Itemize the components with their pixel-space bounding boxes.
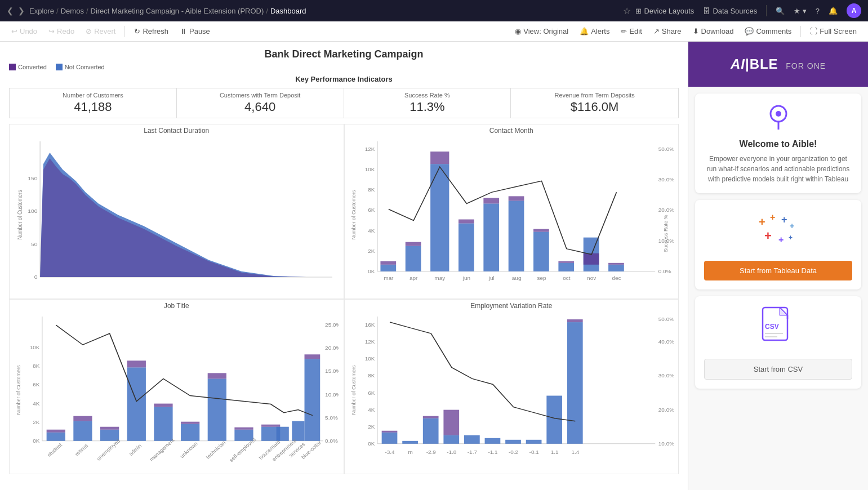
refresh-button[interactable]: ↻ Refresh xyxy=(130,25,173,38)
svg-text:10.0%: 10.0% xyxy=(658,440,674,446)
undo-button[interactable]: ↩ Undo xyxy=(7,25,42,38)
legend-converted: Converted xyxy=(9,64,47,70)
breadcrumb-demos[interactable]: Demos xyxy=(61,7,84,15)
toolbar-sep-2 xyxy=(800,26,801,37)
breadcrumb-dashboard-name[interactable]: Direct Marketing Campaign - Aible Extens… xyxy=(91,7,264,15)
favorite-star-icon[interactable]: ☆ xyxy=(623,6,631,16)
bookmark-icon[interactable]: ★ ▾ xyxy=(794,7,807,15)
svg-rect-75 xyxy=(100,427,119,430)
csv-file-icon: CSV xyxy=(704,305,852,352)
kpi-success-rate-label: Success Rate % xyxy=(349,92,506,99)
chart-job-title-title: Job Title xyxy=(14,302,339,310)
svg-rect-90 xyxy=(305,359,321,441)
svg-text:1.4: 1.4 xyxy=(571,449,579,455)
kpi-customers-label: Number of Customers xyxy=(14,92,172,99)
svg-text:jun: jun xyxy=(462,275,470,280)
chart-last-contact: Last Contact Duration Number of Customer… xyxy=(9,124,344,299)
view-original-button[interactable]: ◉ View: Original xyxy=(510,25,573,38)
tableau-card: + + + + + + + Start from Tableau Data xyxy=(695,200,861,289)
full-screen-icon: ⛶ xyxy=(810,27,817,35)
kpi-term-deposit-label: Customers with Term Deposit xyxy=(181,92,339,99)
svg-text:may: may xyxy=(434,275,445,280)
svg-rect-122 xyxy=(402,441,418,444)
refresh-icon: ↻ xyxy=(134,27,140,35)
alerts-label: Alerts xyxy=(591,27,609,35)
full-screen-label: Full Screen xyxy=(820,27,857,35)
help-icon[interactable]: ? xyxy=(816,7,820,15)
svg-text:oct: oct xyxy=(563,275,571,280)
svg-text:Number of Customers: Number of Customers xyxy=(16,190,23,239)
svg-text:dec: dec xyxy=(612,275,621,280)
undo-label: Undo xyxy=(20,27,37,35)
svg-rect-78 xyxy=(154,407,172,441)
bell-icon[interactable]: 🔔 xyxy=(829,7,838,15)
edit-button[interactable]: ✏ Edit xyxy=(616,25,646,38)
svg-text:0.0%: 0.0% xyxy=(658,268,671,274)
share-button[interactable]: ↗ Share xyxy=(649,25,686,38)
svg-rect-34 xyxy=(483,198,499,203)
redo-button[interactable]: ↪ Redo xyxy=(44,25,79,38)
svg-text:8K: 8K xyxy=(368,187,375,193)
comments-button[interactable]: 💬 Comments xyxy=(740,25,796,38)
download-button[interactable]: ⬇ Download xyxy=(688,25,738,38)
kpi-term-deposit-value: 4,640 xyxy=(181,100,339,114)
svg-rect-77 xyxy=(127,360,146,367)
svg-rect-73 xyxy=(73,416,92,421)
revert-button[interactable]: ⊘ Revert xyxy=(81,25,120,38)
revert-label: Revert xyxy=(94,27,115,35)
pause-icon: ⏸ xyxy=(180,27,187,35)
svg-text:50.0%: 50.0% xyxy=(658,146,674,152)
svg-text:+: + xyxy=(781,214,787,225)
svg-text:-0.1: -0.1 xyxy=(529,449,538,455)
svg-rect-25 xyxy=(380,265,396,271)
alerts-button[interactable]: 🔔 Alerts xyxy=(575,25,614,38)
device-layouts-label: Device Layouts xyxy=(644,7,694,15)
svg-text:20.0%: 20.0% xyxy=(658,207,674,213)
charts-grid: Last Contact Duration Number of Customer… xyxy=(9,124,679,474)
user-avatar[interactable]: A xyxy=(847,3,861,18)
kpi-revenue: Revenue from Term Deposits $116.0M xyxy=(511,88,678,118)
alerts-icon: 🔔 xyxy=(580,27,589,35)
right-sidebar: AI|BLE FOR ONE Welcome to Aible! Empower… xyxy=(688,42,868,490)
device-layouts-btn[interactable]: ⊞ Device Layouts xyxy=(635,7,694,15)
start-from-tableau-button[interactable]: Start from Tableau Data xyxy=(704,261,852,280)
search-icon[interactable]: 🔍 xyxy=(776,7,785,15)
kpi-revenue-value: $116.0M xyxy=(515,100,674,114)
svg-rect-128 xyxy=(484,438,500,444)
nav-forward-arrow[interactable]: ❯ xyxy=(18,6,25,15)
svg-text:Number of Customers: Number of Customers xyxy=(350,190,357,239)
svg-text:0K: 0K xyxy=(33,438,40,443)
data-sources-btn[interactable]: 🗄 Data Sources xyxy=(703,7,757,15)
chart-employment-variation-svg: Number of Customers 0K 2K 4K 6K 8K 10K 1… xyxy=(349,311,674,469)
svg-rect-125 xyxy=(443,435,459,444)
svg-rect-42 xyxy=(583,253,599,265)
svg-rect-83 xyxy=(208,373,226,378)
legend-not-converted-color xyxy=(56,64,63,70)
start-from-csv-button[interactable]: Start from CSV xyxy=(704,359,852,380)
redo-label: Redo xyxy=(57,27,74,35)
svg-rect-28 xyxy=(405,242,421,246)
svg-text:25.0%: 25.0% xyxy=(325,322,339,328)
breadcrumb-explore[interactable]: Explore xyxy=(29,7,54,15)
view-original-icon: ◉ xyxy=(515,27,521,35)
edit-label: Edit xyxy=(629,27,642,35)
svg-text:2K: 2K xyxy=(368,424,375,429)
share-icon: ↗ xyxy=(653,27,660,35)
dashboard-panel: Bank Direct Marketing Campaign Converted… xyxy=(0,42,688,490)
edit-icon: ✏ xyxy=(621,27,627,35)
svg-rect-130 xyxy=(526,440,541,444)
nav-back-arrow[interactable]: ❮ xyxy=(7,6,14,15)
svg-rect-133 xyxy=(567,319,582,322)
svg-rect-44 xyxy=(608,263,624,265)
svg-text:30.0%: 30.0% xyxy=(658,177,674,182)
toolbar-sep-1 xyxy=(124,26,125,37)
breadcrumb-sep-3: / xyxy=(266,7,268,15)
svg-text:10K: 10K xyxy=(364,167,375,172)
chart-contact-month-svg: Number of Customers Success Rate % 0K 2K… xyxy=(349,136,674,294)
refresh-label: Refresh xyxy=(143,27,168,35)
pause-button[interactable]: ⏸ Pause xyxy=(175,25,215,38)
full-screen-button[interactable]: ⛶ Full Screen xyxy=(805,25,861,38)
svg-text:m: m xyxy=(408,449,412,455)
nav-divider xyxy=(766,5,767,16)
svg-text:2K: 2K xyxy=(368,248,375,253)
